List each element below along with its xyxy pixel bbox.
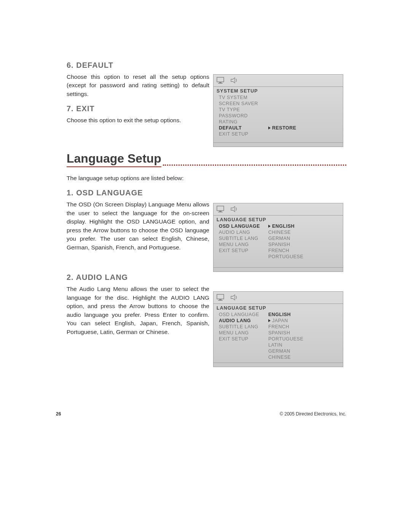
osd-row: AUDIO LANGJAPAN (213, 318, 343, 324)
copyright: © 2005 Directed Electronics, Inc. (280, 411, 346, 417)
osd-row-label: EXIT SETUP (219, 336, 268, 342)
osd-row-label (219, 254, 268, 259)
monitor-icon (217, 206, 225, 214)
osd-row-label: PASSWORD (219, 113, 268, 118)
osd-screenshot-system-setup: SYSTEM SETUP TV SYSTEMSCREEN SAVERTV TYP… (213, 74, 343, 147)
osd-icon-row (213, 203, 343, 215)
osd-row-value: LATIN (268, 342, 282, 348)
osd-row-label (219, 355, 268, 360)
text-lang-intro: The language setup options are listed be… (67, 174, 346, 182)
speaker-icon (230, 294, 239, 302)
monitor-icon (217, 294, 225, 302)
svg-rect-5 (219, 211, 221, 212)
osd-row-value: FRENCH (268, 324, 289, 329)
heading-audio-lang: 2. AUDIO LANG (67, 273, 346, 282)
svg-rect-8 (217, 294, 224, 299)
dotted-rule (163, 164, 346, 166)
osd-rows: TV SYSTEMSCREEN SAVERTV TYPEPASSWORDRATI… (213, 94, 343, 137)
osd-row: SUBTITLE LANGGERMAN (213, 235, 343, 241)
osd-icon-row (213, 75, 343, 86)
osd-row: MENU LANGSPANISH (213, 241, 343, 248)
osd-row: OSD LANGUAGEENGLISH (213, 223, 343, 229)
svg-rect-6 (218, 212, 223, 212)
osd-row-label: EXIT SETUP (219, 248, 268, 253)
page-number: 26 (56, 411, 61, 417)
osd-row: TV SYSTEM (213, 94, 343, 101)
osd-row-label: SUBTITLE LANG (219, 236, 268, 241)
section-title-language-setup: Language Setup (67, 152, 161, 167)
osd-title: LANGUAGE SETUP (213, 304, 343, 312)
osd-row-label: OSD LANGUAGE (219, 224, 268, 229)
osd-screenshot-osd-language: LANGUAGE SETUP OSD LANGUAGEENGLISHAUDIO … (213, 203, 343, 272)
osd-row: LATIN (213, 342, 343, 348)
heading-osd-language: 1. OSD LANGUAGE (67, 189, 346, 197)
svg-marker-11 (231, 295, 235, 300)
osd-row-value: ENGLISH (268, 224, 295, 229)
osd-row: MENU LANGSPANISH (213, 330, 343, 336)
osd-row: GERMAN (213, 348, 343, 354)
page-footer: 26 © 2005 Directed Electronics, Inc. (56, 411, 346, 417)
osd-row: SUBTITLE LANGFRENCH (213, 324, 343, 330)
osd-row-label: EXIT SETUP (219, 131, 268, 137)
svg-marker-3 (231, 78, 235, 83)
osd-icon-row (213, 292, 343, 304)
text-default: Choose this option to reset all the setu… (67, 73, 209, 98)
osd-row-label: DEFAULT (219, 125, 268, 131)
osd-row: TV TYPE (213, 107, 343, 113)
svg-marker-7 (231, 206, 235, 212)
osd-row-label: RATING (219, 119, 268, 125)
osd-row: DEFAULTRESTORE (213, 125, 343, 131)
osd-screenshot-audio-lang: LANGUAGE SETUP OSD LANGUAGEENGLISHAUDIO … (213, 291, 343, 367)
osd-row: CHINESE (213, 354, 343, 360)
osd-row-value: JAPAN (268, 318, 288, 323)
svg-rect-2 (218, 83, 223, 84)
osd-row-value: PORTUGUESE (268, 254, 303, 259)
osd-row-label: MENU LANG (219, 330, 268, 335)
osd-row-value: GERMAN (268, 236, 290, 241)
svg-rect-1 (219, 82, 221, 83)
svg-rect-9 (219, 299, 221, 300)
speaker-icon (230, 206, 239, 214)
osd-row-value: GERMAN (268, 348, 290, 354)
triangle-right-icon (268, 319, 271, 322)
osd-row-label: SUBTITLE LANG (219, 324, 268, 329)
osd-row-label: SCREEN SAVER (219, 101, 268, 106)
osd-row-label: OSD LANGUAGE (219, 312, 268, 317)
osd-row-value: SPANISH (268, 242, 290, 247)
osd-row: EXIT SETUPFRENCH (213, 248, 343, 254)
osd-row-label: TV SYSTEM (219, 95, 268, 100)
osd-row: SCREEN SAVER (213, 101, 343, 107)
osd-row-value: CHINESE (268, 355, 291, 360)
svg-rect-0 (217, 77, 224, 82)
osd-rows: OSD LANGUAGEENGLISHAUDIO LANGJAPANSUBTIT… (213, 312, 343, 360)
osd-row-value: CHINESE (268, 230, 291, 235)
osd-row-value: RESTORE (268, 125, 296, 131)
heading-default: 6. DEFAULT (67, 61, 346, 70)
osd-row: PASSWORD (213, 113, 343, 119)
osd-row-label: AUDIO LANG (219, 318, 268, 323)
osd-row-value: SPANISH (268, 330, 290, 335)
osd-row: EXIT SETUP (213, 131, 343, 137)
osd-row-value: ENGLISH (268, 312, 291, 317)
osd-row: OSD LANGUAGEENGLISH (213, 312, 343, 318)
osd-row-label (219, 342, 268, 348)
text-osd-language: The OSD (On Screen Display) Language Men… (67, 200, 209, 252)
section-title-row: Language Setup (67, 152, 346, 167)
osd-row-value: FRENCH (268, 248, 289, 253)
osd-rows: OSD LANGUAGEENGLISHAUDIO LANGCHINESESUBT… (213, 223, 343, 260)
osd-row-label (219, 348, 268, 354)
osd-row-label: TV TYPE (219, 107, 268, 112)
osd-row: AUDIO LANGCHINESE (213, 229, 343, 235)
osd-row: RATING (213, 119, 343, 125)
osd-row-label: AUDIO LANG (219, 230, 268, 235)
osd-title: SYSTEM SETUP (213, 87, 343, 94)
triangle-right-icon (268, 225, 271, 228)
osd-row-label: MENU LANG (219, 242, 268, 247)
osd-row-value: PORTUGUESE (268, 336, 303, 342)
svg-rect-10 (218, 300, 223, 301)
text-audio-lang: The Audio Lang Menu allows the user to s… (67, 285, 209, 336)
osd-title: LANGUAGE SETUP (213, 216, 343, 223)
speaker-icon (230, 77, 239, 85)
monitor-icon (217, 77, 225, 85)
svg-rect-4 (217, 206, 224, 211)
